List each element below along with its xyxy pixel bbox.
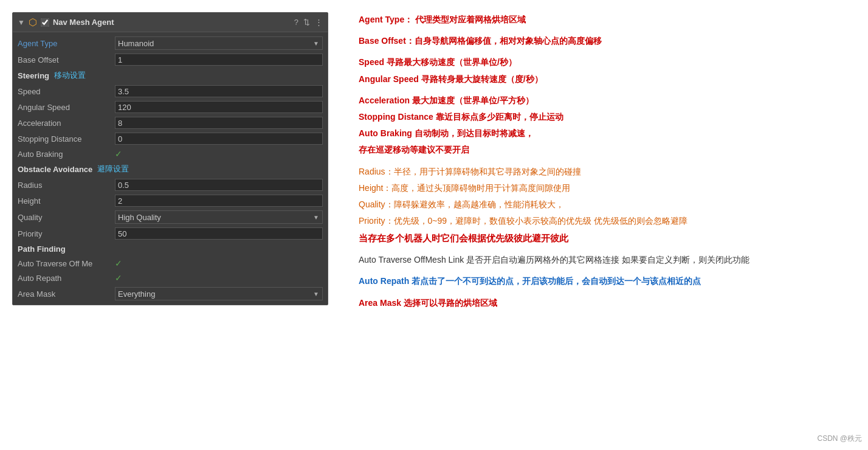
angular-speed-input[interactable] <box>115 101 323 113</box>
note-stopping-distance: Stopping Distance 靠近目标点多少距离时，停止运动 <box>359 109 850 125</box>
note-speed: Speed 寻路最大移动速度（世界单位/秒） <box>359 55 850 70</box>
radius-row: Radius <box>13 177 328 193</box>
right-panel: Agent Type： 代理类型对应着网格烘培区域 Base Offset：自身… <box>340 0 868 450</box>
component-body: Agent Type Humanoid Base Offset Steering… <box>13 32 328 305</box>
auto-repath-checkbox[interactable]: ✓ <box>115 273 122 283</box>
note-acceleration: Acceleration 最大加速度（世界单位/平方秒） <box>359 93 850 108</box>
obstacle-section: Obstacle Avoidance 避障设置 <box>13 161 328 177</box>
auto-traverse-row: Auto Traverse Off Me ✓ <box>13 256 328 271</box>
angular-speed-label: Angular Speed <box>18 103 115 112</box>
watermark: CSDN @秩元 <box>817 434 862 444</box>
steering-cn: 移动设置 <box>54 70 86 81</box>
nav-mesh-agent-component: ▼ ⬡ Nav Mesh Agent ? ⇅ ⋮ Agent Type Huma… <box>12 12 328 305</box>
acceleration-row: Acceleration <box>13 115 328 131</box>
base-offset-input[interactable] <box>115 54 323 66</box>
priority-input[interactable] <box>115 227 323 240</box>
component-header: ▼ ⬡ Nav Mesh Agent ? ⇅ ⋮ <box>13 13 328 32</box>
auto-braking-row: Auto Braking ✓ <box>13 147 328 161</box>
quality-row: Quality High Quality <box>13 209 328 226</box>
speed-row: Speed <box>13 83 328 99</box>
auto-braking-checkbox[interactable]: ✓ <box>115 149 122 159</box>
steering-label: Steering <box>18 71 49 80</box>
priority-row: Priority <box>13 226 328 241</box>
acceleration-label: Acceleration <box>18 119 115 128</box>
quality-select-wrapper: High Quality <box>115 210 323 224</box>
auto-repath-label: Auto Repath <box>18 274 115 283</box>
note-auto-repath: Auto Repath 若点击了一个不可到达的点，开启该功能后，会自动到达一个与… <box>359 274 850 289</box>
agent-type-row: Agent Type Humanoid <box>13 35 328 52</box>
left-panel: ▼ ⬡ Nav Mesh Agent ? ⇅ ⋮ Agent Type Huma… <box>0 0 340 450</box>
auto-braking-label: Auto Braking <box>18 150 115 159</box>
note-auto-traverse: Auto Traverse OffMesh Link 是否开启自动遍历网格外的其… <box>359 252 850 268</box>
base-offset-row: Base Offset <box>13 52 328 68</box>
height-row: Height <box>13 193 328 209</box>
area-mask-label: Area Mask <box>18 289 115 299</box>
collapse-arrow[interactable]: ▼ <box>18 18 25 27</box>
area-mask-row: Area Mask Everything <box>13 285 328 302</box>
base-offset-label: Base Offset <box>18 55 115 64</box>
component-icon: ⬡ <box>29 16 37 28</box>
speed-label: Speed <box>18 87 115 96</box>
auto-repath-row: Auto Repath ✓ <box>13 271 328 285</box>
agent-type-select-wrapper: Humanoid <box>115 36 323 50</box>
radius-input[interactable] <box>115 179 323 191</box>
angular-speed-row: Angular Speed <box>13 99 328 115</box>
note-base-offset: Base Offset：自身导航网格偏移值，相对对象轴心点的高度偏移 <box>359 33 850 49</box>
obstacle-cn: 避障设置 <box>97 164 129 175</box>
height-input[interactable] <box>115 195 323 207</box>
help-icon[interactable]: ? <box>294 18 298 27</box>
obstacle-label: Obstacle Avoidance <box>18 165 92 174</box>
stopping-distance-row: Stopping Distance <box>13 131 328 147</box>
component-header-icons: ? ⇅ ⋮ <box>294 18 323 27</box>
radius-label: Radius <box>18 181 115 190</box>
path-finding-label: Path Finding <box>18 244 66 254</box>
menu-icon[interactable]: ⋮ <box>315 18 323 27</box>
note-area-mask: Area Mask 选择可以寻路的烘培区域 <box>359 296 850 311</box>
steering-section: Steering 移动设置 <box>13 68 328 83</box>
quality-label: Quality <box>18 213 115 222</box>
auto-traverse-label: Auto Traverse Off Me <box>18 259 115 268</box>
note-height: Height：高度，通过头顶障碍物时用于计算高度间隙使用 <box>359 181 850 196</box>
stopping-distance-input[interactable] <box>115 133 323 145</box>
note-auto-braking2: 存在巡逻移动等建议不要开启 <box>359 142 850 158</box>
auto-traverse-checkbox[interactable]: ✓ <box>115 258 122 268</box>
note-priority: Priority：优先级，0~99，避障时，数值较小表示较高的优先级 优先级低的… <box>359 213 850 229</box>
component-enable-checkbox[interactable] <box>41 18 49 27</box>
agent-type-label: Agent Type <box>18 39 115 48</box>
note-multi-robot: 当存在多个机器人时它们会根据优先级彼此避开彼此 <box>359 230 850 246</box>
quality-select[interactable]: High Quality <box>115 210 323 224</box>
acceleration-input[interactable] <box>115 117 323 129</box>
stopping-distance-label: Stopping Distance <box>18 134 115 144</box>
note-quality: Quality：障碍躲避效率，越高越准确，性能消耗较大， <box>359 197 850 212</box>
area-mask-select-wrapper: Everything <box>115 287 323 300</box>
note-angular-speed: Angular Speed 寻路转身最大旋转速度（度/秒） <box>359 72 850 87</box>
preset-icon[interactable]: ⇅ <box>303 18 310 27</box>
note-auto-braking: Auto Braking 自动制动，到达目标时将减速， <box>359 126 850 141</box>
path-finding-section: Path Finding <box>13 241 328 256</box>
area-mask-select[interactable]: Everything <box>115 287 323 300</box>
note-radius: Radius：半径，用于计算障碍物和其它寻路对象之间的碰撞 <box>359 164 850 179</box>
note-agent-type: Agent Type： 代理类型对应着网格烘培区域 <box>359 12 850 27</box>
agent-type-select[interactable]: Humanoid <box>115 36 323 50</box>
speed-input[interactable] <box>115 85 323 97</box>
component-title: Nav Mesh Agent <box>53 18 291 27</box>
height-label: Height <box>18 196 115 206</box>
priority-label: Priority <box>18 229 115 238</box>
